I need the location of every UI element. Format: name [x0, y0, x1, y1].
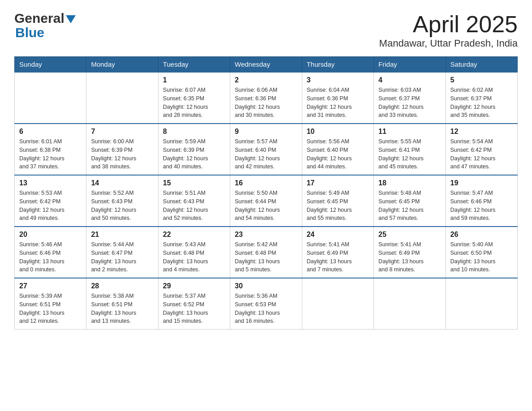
day-info: Sunrise: 6:06 AM Sunset: 6:36 PM Dayligh… — [235, 86, 297, 120]
day-info: Sunrise: 5:41 AM Sunset: 6:49 PM Dayligh… — [378, 240, 441, 274]
day-info: Sunrise: 5:47 AM Sunset: 6:46 PM Dayligh… — [450, 189, 513, 223]
logo-general-text: General — [14, 11, 64, 26]
day-number: 4 — [378, 76, 441, 84]
calendar-week-row: 20Sunrise: 5:46 AM Sunset: 6:46 PM Dayli… — [15, 227, 518, 278]
calendar-cell: 14Sunrise: 5:52 AM Sunset: 6:43 PM Dayli… — [86, 175, 158, 227]
day-number: 10 — [307, 128, 369, 136]
day-number: 19 — [450, 179, 513, 187]
calendar-cell: 30Sunrise: 5:36 AM Sunset: 6:53 PM Dayli… — [230, 278, 302, 330]
day-info: Sunrise: 5:56 AM Sunset: 6:40 PM Dayligh… — [307, 137, 369, 171]
day-info: Sunrise: 5:36 AM Sunset: 6:53 PM Dayligh… — [235, 292, 297, 325]
calendar-cell — [374, 278, 446, 330]
day-number: 2 — [235, 76, 297, 84]
day-number: 20 — [19, 231, 82, 239]
page-header: General Blue April 2025 Mandawar, Uttar … — [14, 11, 518, 49]
day-number: 16 — [235, 179, 297, 187]
day-number: 26 — [450, 231, 513, 239]
day-info: Sunrise: 5:54 AM Sunset: 6:42 PM Dayligh… — [450, 137, 513, 171]
title-block: April 2025 Mandawar, Uttar Pradesh, Indi… — [379, 11, 518, 49]
calendar-cell: 17Sunrise: 5:49 AM Sunset: 6:45 PM Dayli… — [302, 175, 373, 227]
calendar-day-header: Sunday — [15, 57, 86, 73]
day-info: Sunrise: 5:38 AM Sunset: 6:51 PM Dayligh… — [91, 292, 153, 325]
day-info: Sunrise: 5:48 AM Sunset: 6:45 PM Dayligh… — [378, 189, 441, 223]
calendar-cell: 16Sunrise: 5:50 AM Sunset: 6:44 PM Dayli… — [230, 175, 302, 227]
calendar-day-header: Thursday — [302, 57, 373, 73]
calendar-cell: 12Sunrise: 5:54 AM Sunset: 6:42 PM Dayli… — [446, 124, 517, 175]
day-number: 15 — [163, 179, 225, 187]
calendar-cell — [86, 72, 158, 124]
day-number: 13 — [19, 179, 82, 187]
day-number: 28 — [91, 282, 153, 290]
day-info: Sunrise: 5:41 AM Sunset: 6:49 PM Dayligh… — [307, 240, 369, 274]
day-number: 25 — [378, 231, 441, 239]
day-info: Sunrise: 5:39 AM Sunset: 6:51 PM Dayligh… — [19, 292, 82, 325]
calendar-week-row: 6Sunrise: 6:01 AM Sunset: 6:38 PM Daylig… — [15, 124, 518, 175]
day-number: 29 — [163, 282, 225, 290]
calendar-cell: 13Sunrise: 5:53 AM Sunset: 6:42 PM Dayli… — [15, 175, 86, 227]
day-info: Sunrise: 5:40 AM Sunset: 6:50 PM Dayligh… — [450, 240, 513, 274]
day-number: 24 — [307, 231, 369, 239]
day-info: Sunrise: 5:42 AM Sunset: 6:48 PM Dayligh… — [235, 240, 297, 274]
calendar-cell: 24Sunrise: 5:41 AM Sunset: 6:49 PM Dayli… — [302, 227, 373, 278]
day-info: Sunrise: 5:37 AM Sunset: 6:52 PM Dayligh… — [163, 292, 225, 325]
day-info: Sunrise: 5:55 AM Sunset: 6:41 PM Dayligh… — [378, 137, 441, 171]
calendar-week-row: 13Sunrise: 5:53 AM Sunset: 6:42 PM Dayli… — [15, 175, 518, 227]
day-number: 23 — [235, 231, 297, 239]
calendar-day-header: Wednesday — [230, 57, 302, 73]
calendar-day-header: Saturday — [446, 57, 517, 73]
day-info: Sunrise: 6:07 AM Sunset: 6:35 PM Dayligh… — [163, 86, 225, 120]
day-info: Sunrise: 5:46 AM Sunset: 6:46 PM Dayligh… — [19, 240, 82, 274]
day-number: 6 — [19, 128, 82, 136]
day-number: 9 — [235, 128, 297, 136]
day-info: Sunrise: 6:00 AM Sunset: 6:39 PM Dayligh… — [91, 137, 153, 171]
calendar-cell — [15, 72, 86, 124]
calendar-cell: 21Sunrise: 5:44 AM Sunset: 6:47 PM Dayli… — [86, 227, 158, 278]
day-number: 1 — [163, 76, 225, 84]
day-number: 11 — [378, 128, 441, 136]
day-number: 30 — [235, 282, 297, 290]
calendar-cell: 7Sunrise: 6:00 AM Sunset: 6:39 PM Daylig… — [86, 124, 158, 175]
calendar-cell: 9Sunrise: 5:57 AM Sunset: 6:40 PM Daylig… — [230, 124, 302, 175]
calendar-week-row: 1Sunrise: 6:07 AM Sunset: 6:35 PM Daylig… — [15, 72, 518, 124]
calendar-cell: 1Sunrise: 6:07 AM Sunset: 6:35 PM Daylig… — [158, 72, 230, 124]
calendar-cell: 26Sunrise: 5:40 AM Sunset: 6:50 PM Dayli… — [446, 227, 517, 278]
day-info: Sunrise: 5:44 AM Sunset: 6:47 PM Dayligh… — [91, 240, 153, 274]
day-info: Sunrise: 6:04 AM Sunset: 6:36 PM Dayligh… — [307, 86, 369, 120]
day-number: 27 — [19, 282, 82, 290]
day-number: 3 — [307, 76, 369, 84]
calendar-cell: 6Sunrise: 6:01 AM Sunset: 6:38 PM Daylig… — [15, 124, 86, 175]
calendar-day-header: Monday — [86, 57, 158, 73]
calendar-cell: 10Sunrise: 5:56 AM Sunset: 6:40 PM Dayli… — [302, 124, 373, 175]
day-info: Sunrise: 5:59 AM Sunset: 6:39 PM Dayligh… — [163, 137, 225, 171]
calendar-header-row: SundayMondayTuesdayWednesdayThursdayFrid… — [15, 57, 518, 73]
calendar-cell: 2Sunrise: 6:06 AM Sunset: 6:36 PM Daylig… — [230, 72, 302, 124]
day-number: 5 — [450, 76, 513, 84]
calendar-cell: 22Sunrise: 5:43 AM Sunset: 6:48 PM Dayli… — [158, 227, 230, 278]
calendar-cell: 27Sunrise: 5:39 AM Sunset: 6:51 PM Dayli… — [15, 278, 86, 330]
calendar-cell: 3Sunrise: 6:04 AM Sunset: 6:36 PM Daylig… — [302, 72, 373, 124]
day-info: Sunrise: 5:43 AM Sunset: 6:48 PM Dayligh… — [163, 240, 225, 274]
calendar-cell: 28Sunrise: 5:38 AM Sunset: 6:51 PM Dayli… — [86, 278, 158, 330]
day-number: 21 — [91, 231, 153, 239]
calendar-cell — [446, 278, 517, 330]
calendar-cell — [302, 278, 373, 330]
day-info: Sunrise: 6:03 AM Sunset: 6:37 PM Dayligh… — [378, 86, 441, 120]
calendar-table: SundayMondayTuesdayWednesdayThursdayFrid… — [14, 56, 518, 330]
calendar-cell: 18Sunrise: 5:48 AM Sunset: 6:45 PM Dayli… — [374, 175, 446, 227]
calendar-cell: 5Sunrise: 6:02 AM Sunset: 6:37 PM Daylig… — [446, 72, 517, 124]
calendar-cell: 19Sunrise: 5:47 AM Sunset: 6:46 PM Dayli… — [446, 175, 517, 227]
calendar-cell: 25Sunrise: 5:41 AM Sunset: 6:49 PM Dayli… — [374, 227, 446, 278]
day-number: 18 — [378, 179, 441, 187]
calendar-title: April 2025 — [379, 11, 518, 38]
calendar-cell: 8Sunrise: 5:59 AM Sunset: 6:39 PM Daylig… — [158, 124, 230, 175]
day-info: Sunrise: 5:57 AM Sunset: 6:40 PM Dayligh… — [235, 137, 297, 171]
day-info: Sunrise: 5:51 AM Sunset: 6:43 PM Dayligh… — [163, 189, 225, 223]
day-info: Sunrise: 5:50 AM Sunset: 6:44 PM Dayligh… — [235, 189, 297, 223]
day-number: 7 — [91, 128, 153, 136]
calendar-cell: 4Sunrise: 6:03 AM Sunset: 6:37 PM Daylig… — [374, 72, 446, 124]
day-number: 17 — [307, 179, 369, 187]
day-info: Sunrise: 5:52 AM Sunset: 6:43 PM Dayligh… — [91, 189, 153, 223]
calendar-cell: 23Sunrise: 5:42 AM Sunset: 6:48 PM Dayli… — [230, 227, 302, 278]
calendar-cell: 15Sunrise: 5:51 AM Sunset: 6:43 PM Dayli… — [158, 175, 230, 227]
calendar-cell: 29Sunrise: 5:37 AM Sunset: 6:52 PM Dayli… — [158, 278, 230, 330]
